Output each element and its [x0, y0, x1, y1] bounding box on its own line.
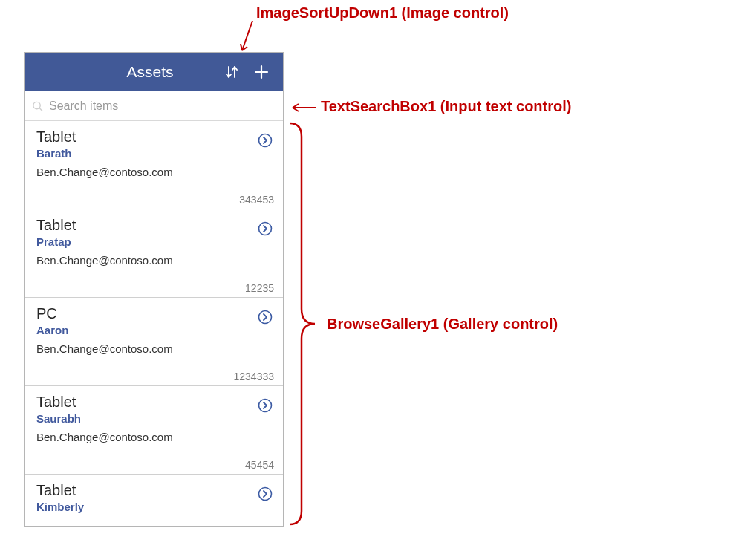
item-id: 343453	[239, 194, 274, 206]
search-icon	[32, 100, 43, 112]
app-frame: Assets Tablet Barath Ben.C	[24, 52, 284, 527]
search-input[interactable]	[48, 99, 276, 114]
item-id: 45454	[245, 459, 274, 471]
search-bar[interactable]	[25, 91, 283, 121]
gallery-item[interactable]: Tablet Pratap Ben.Change@contoso.com 122…	[25, 209, 283, 298]
app-header: Assets	[25, 53, 283, 91]
item-title: Tablet	[36, 394, 271, 411]
item-owner: Kimberly	[36, 501, 271, 513]
item-title: PC	[36, 305, 271, 322]
item-nav-icon[interactable]	[258, 486, 273, 501]
browse-gallery[interactable]: Tablet Barath Ben.Change@contoso.com 343…	[25, 121, 283, 526]
item-nav-icon[interactable]	[258, 221, 273, 236]
gallery-item[interactable]: PC Aaron Ben.Change@contoso.com 1234333	[25, 298, 283, 386]
item-email: Ben.Change@contoso.com	[36, 431, 271, 443]
add-icon[interactable]	[253, 64, 270, 80]
gallery-item[interactable]: Tablet Kimberly	[25, 475, 283, 526]
item-owner: Aaron	[36, 324, 271, 336]
item-owner: Saurabh	[36, 412, 271, 425]
svg-point-0	[33, 102, 40, 108]
annotation-gallery: BrowseGallery1 (Gallery control)	[327, 316, 558, 333]
gallery-item[interactable]: Tablet Barath Ben.Change@contoso.com 343…	[25, 121, 283, 209]
item-email: Ben.Change@contoso.com	[36, 254, 271, 267]
item-id: 12235	[245, 282, 274, 294]
annotation-arrow-search	[290, 102, 318, 114]
header-title: Assets	[76, 63, 224, 81]
item-title: Tablet	[36, 482, 271, 499]
gallery-item[interactable]: Tablet Saurabh Ben.Change@contoso.com 45…	[25, 386, 283, 475]
svg-point-3	[259, 223, 272, 235]
svg-point-6	[259, 488, 272, 501]
svg-point-5	[259, 400, 272, 412]
annotation-searchbox: TextSearchBox1 (Input text control)	[321, 98, 571, 115]
item-title: Tablet	[36, 217, 271, 234]
item-owner: Pratap	[36, 235, 271, 248]
item-owner: Barath	[36, 147, 271, 160]
svg-point-2	[259, 134, 272, 147]
sort-updown-icon[interactable]	[224, 64, 240, 80]
svg-point-4	[259, 311, 272, 324]
header-actions	[224, 64, 283, 80]
svg-line-1	[39, 108, 42, 111]
item-nav-icon[interactable]	[258, 133, 273, 148]
annotation-sort-icon: ImageSortUpDown1 (Image control)	[256, 4, 509, 22]
item-title: Tablet	[36, 128, 271, 146]
item-email: Ben.Change@contoso.com	[36, 166, 271, 178]
item-nav-icon[interactable]	[258, 310, 273, 325]
item-email: Ben.Change@contoso.com	[36, 342, 271, 355]
annotation-arrow-top	[239, 19, 254, 53]
item-nav-icon[interactable]	[258, 398, 273, 413]
item-id: 1234333	[233, 371, 274, 382]
annotation-bracket	[288, 122, 318, 526]
